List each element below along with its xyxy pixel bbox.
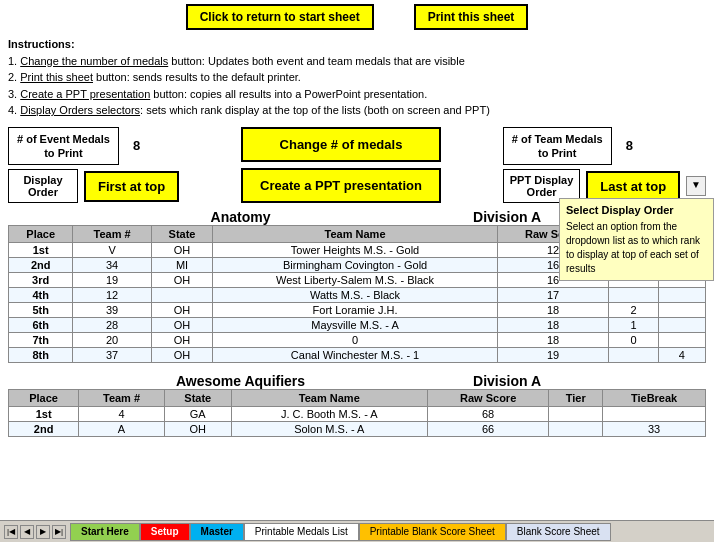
- cell-name: 0: [213, 333, 498, 348]
- cell-tier: [549, 407, 603, 422]
- tooltip-box: Select Display Order Select an option fr…: [559, 198, 714, 281]
- cell-state: GA: [164, 407, 231, 422]
- cell-team: 20: [73, 333, 152, 348]
- tab-setup[interactable]: Setup: [140, 523, 190, 541]
- cell-name: J. C. Booth M.S. - A: [231, 407, 427, 422]
- cell-place: 5th: [9, 303, 73, 318]
- tab-blank-score[interactable]: Blank Score Sheet: [506, 523, 611, 541]
- cell-score: 17: [498, 288, 609, 303]
- col-place: Place: [9, 226, 73, 243]
- middle-buttons: Change # of medals Create a PPT presenta…: [197, 127, 485, 203]
- cell-team: 4: [79, 407, 165, 422]
- col-teamname: Team Name: [213, 226, 498, 243]
- cell-tier: 1: [609, 318, 658, 333]
- aqua-section: Awesome Aquifiers Division A Place Team …: [0, 371, 714, 439]
- col-team: Team #: [73, 226, 152, 243]
- cell-tier: [609, 348, 658, 363]
- col-place: Place: [9, 390, 79, 407]
- cell-state: [151, 288, 212, 303]
- cell-score: 18: [498, 333, 609, 348]
- aqua-table: Place Team # State Team Name Raw Score T…: [8, 389, 706, 437]
- aqua-header-row: Place Team # State Team Name Raw Score T…: [9, 390, 706, 407]
- cell-team: 28: [73, 318, 152, 333]
- cell-state: OH: [151, 273, 212, 288]
- top-bar: Click to return to start sheet Print thi…: [0, 0, 714, 34]
- display-order-label: DisplayOrder: [8, 169, 78, 203]
- cell-name: Tower Heights M.S. - Gold: [213, 243, 498, 258]
- cell-place: 3rd: [9, 273, 73, 288]
- team-medals-controls: # of Team Medalsto Print 8 PPT DisplayOr…: [503, 127, 706, 204]
- cell-place: 1st: [9, 407, 79, 422]
- tab-nav-prev[interactable]: ◀: [20, 525, 34, 539]
- tab-nav-next[interactable]: ▶: [36, 525, 50, 539]
- top-buttons: Click to return to start sheet Print thi…: [186, 4, 529, 30]
- anatomy-division: Division A: [473, 209, 541, 225]
- tab-start-here[interactable]: Start Here: [70, 523, 140, 541]
- tab-master[interactable]: Master: [190, 523, 244, 541]
- instructions-section: Instructions: 1. Change the number of me…: [0, 34, 714, 123]
- cell-tb: [658, 318, 705, 333]
- cell-place: 6th: [9, 318, 73, 333]
- cell-name: Maysville M.S. - A: [213, 318, 498, 333]
- tab-blank-score-printable[interactable]: Printable Blank Score Sheet: [359, 523, 506, 541]
- table-row: 1st 4 GA J. C. Booth M.S. - A 68: [9, 407, 706, 422]
- tab-printable-medals[interactable]: Printable Medals List: [244, 523, 359, 541]
- team-medals-row: # of Team Medalsto Print 8: [503, 127, 706, 166]
- col-state: State: [151, 226, 212, 243]
- cell-name: Fort Loramie J.H.: [213, 303, 498, 318]
- cell-tier: 2: [609, 303, 658, 318]
- cell-tb: [603, 407, 706, 422]
- cell-tb: 4: [658, 348, 705, 363]
- bottom-tabs: |◀ ◀ ▶ ▶| Start Here Setup Master Printa…: [0, 520, 714, 542]
- event-medals-controls: # of Event Medalsto Print 8 DisplayOrder…: [8, 127, 179, 204]
- cell-name: Watts M.S. - Black: [213, 288, 498, 303]
- aqua-division: Division A: [473, 373, 541, 389]
- aqua-title-row: Awesome Aquifiers Division A: [8, 373, 706, 389]
- aqua-event-title: Awesome Aquifiers: [8, 373, 473, 389]
- cell-tb: [658, 303, 705, 318]
- instruction-1: 1. Change the number of medals button: U…: [8, 55, 465, 67]
- create-ppt-button[interactable]: Create a PPT presentation: [241, 168, 441, 203]
- cell-score: 19: [498, 348, 609, 363]
- col-teamname: Team Name: [231, 390, 427, 407]
- cell-state: OH: [151, 243, 212, 258]
- cell-score: 18: [498, 318, 609, 333]
- instruction-4: 4. Display Orders selectors: sets which …: [8, 104, 490, 116]
- display-order-dropdown[interactable]: ▼: [686, 176, 706, 196]
- cell-name: Birmingham Covington - Gold: [213, 258, 498, 273]
- cell-state: OH: [151, 348, 212, 363]
- instruction-2: 2. Print this sheet button: sends result…: [8, 71, 301, 83]
- cell-state: MI: [151, 258, 212, 273]
- change-medals-button[interactable]: Change # of medals: [241, 127, 441, 162]
- return-to-start-button[interactable]: Click to return to start sheet: [186, 4, 374, 30]
- cell-name: Solon M.S. - A: [231, 422, 427, 437]
- print-sheet-button[interactable]: Print this sheet: [414, 4, 529, 30]
- tab-nav-last[interactable]: ▶|: [52, 525, 66, 539]
- display-order-row: DisplayOrder First at top: [8, 169, 179, 203]
- table-row: 4th 12 Watts M.S. - Black 17: [9, 288, 706, 303]
- cell-name: West Liberty-Salem M.S. - Black: [213, 273, 498, 288]
- table-row: 5th 39 OH Fort Loramie J.H. 18 2: [9, 303, 706, 318]
- cell-team: 19: [73, 273, 152, 288]
- cell-state: OH: [164, 422, 231, 437]
- team-medals-label: # of Team Medalsto Print: [503, 127, 612, 166]
- table-row: 6th 28 OH Maysville M.S. - A 18 1: [9, 318, 706, 333]
- cell-team: V: [73, 243, 152, 258]
- col-state: State: [164, 390, 231, 407]
- cell-place: 2nd: [9, 258, 73, 273]
- cell-name: Canal Winchester M.S. - 1: [213, 348, 498, 363]
- tab-navigation: |◀ ◀ ▶ ▶|: [0, 525, 70, 539]
- controls-section: # of Event Medalsto Print 8 DisplayOrder…: [0, 123, 714, 208]
- tooltip-title: Select Display Order: [566, 203, 707, 218]
- cell-tb: [658, 333, 705, 348]
- tab-nav-first[interactable]: |◀: [4, 525, 18, 539]
- cell-team: 34: [73, 258, 152, 273]
- cell-place: 2nd: [9, 422, 79, 437]
- event-medals-label: # of Event Medalsto Print: [8, 127, 119, 166]
- cell-team: A: [79, 422, 165, 437]
- cell-tier: 0: [609, 333, 658, 348]
- last-at-top-button[interactable]: Last at top: [586, 171, 680, 202]
- cell-score: 66: [427, 422, 548, 437]
- first-at-top-button[interactable]: First at top: [84, 171, 179, 202]
- cell-team: 37: [73, 348, 152, 363]
